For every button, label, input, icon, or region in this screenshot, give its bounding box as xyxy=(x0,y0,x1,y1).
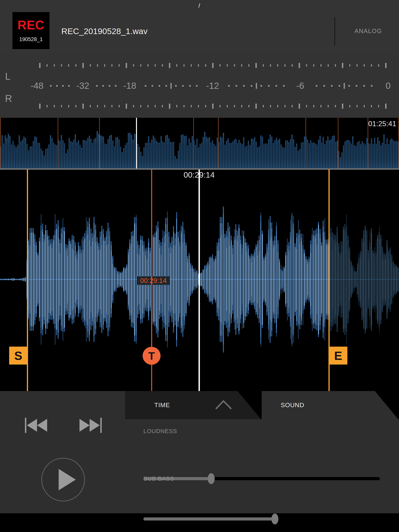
sound-settings-panel: LOUDNESS SUB BASS xyxy=(125,419,399,513)
rec-file-thumbnail[interactable]: REC 190528_1 xyxy=(13,12,50,49)
tab-sound[interactable]: SOUND xyxy=(262,391,398,419)
play-button[interactable] xyxy=(41,458,85,502)
loudness-slider[interactable] xyxy=(143,477,380,480)
skip-back-button[interactable] xyxy=(25,418,48,433)
cursor-time-box: 00:29:14 xyxy=(137,276,169,285)
overview-playhead[interactable] xyxy=(136,118,137,168)
playhead-line[interactable] xyxy=(199,170,200,391)
tab-time[interactable]: TIME xyxy=(125,391,261,419)
total-duration-label: 01:25:41 xyxy=(368,120,396,128)
chevron-up-icon[interactable] xyxy=(214,399,233,410)
cursor-time-label: 00:29:14 xyxy=(140,277,167,285)
playhead-time-label: 00:29:14 xyxy=(184,170,215,180)
rec-logo-text: REC xyxy=(18,19,45,31)
subbass-label: SUB BASS xyxy=(143,475,174,482)
end-marker-handle[interactable]: E xyxy=(329,347,347,365)
header-divider xyxy=(335,17,335,45)
rec-logo-subtitle: 190528_1 xyxy=(19,36,43,43)
subbass-slider[interactable] xyxy=(143,517,380,520)
skip-forward-button[interactable] xyxy=(79,418,102,433)
tab-row: TIME SOUND xyxy=(125,391,399,419)
subbass-slider-knob[interactable] xyxy=(271,513,278,524)
meter-left-channel-label: L xyxy=(5,71,11,82)
meter-right-channel-label: R xyxy=(5,93,12,104)
subbass-slider-fill xyxy=(143,517,275,520)
overview-strip[interactable]: 01:25:41 xyxy=(0,118,399,168)
waveform-editor[interactable]: 00:29:14 00:29:14 S T E xyxy=(0,170,399,391)
tab-sound-label: SOUND xyxy=(281,402,304,409)
file-title: REC_20190528_1.wav xyxy=(61,26,148,36)
trigger-marker-handle[interactable]: T xyxy=(143,347,161,365)
overview-waveform-canvas[interactable] xyxy=(0,118,399,168)
tab-time-label: TIME xyxy=(154,402,170,409)
start-marker-handle[interactable]: S xyxy=(9,347,27,365)
level-meter: L R -48-32-18-12-60 xyxy=(0,54,399,118)
loudness-slider-knob[interactable] xyxy=(208,473,215,484)
input-mode-indicator: ANALOG xyxy=(349,28,388,35)
loudness-label: LOUDNESS xyxy=(143,428,177,434)
